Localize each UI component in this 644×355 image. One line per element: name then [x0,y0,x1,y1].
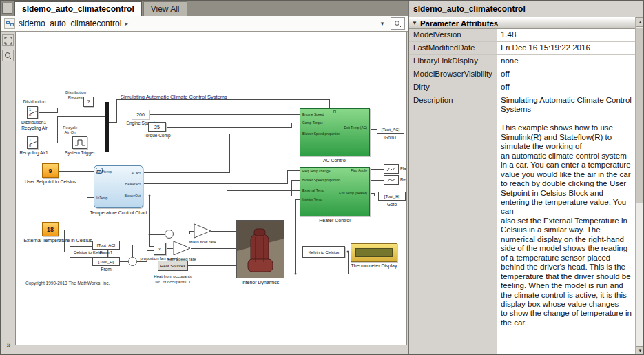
zoom-button[interactable] [2,50,14,61]
simulink-block-icon [6,20,14,28]
model-canvas[interactable]: Simulating Automatic Climate Control Sys… [15,32,407,345]
switch-on-value: 1 [29,108,31,112]
car-seat-image [237,221,284,278]
heater-out-port: Flap Angle [351,168,367,172]
tab-model[interactable]: sldemo_auto_climatecontrol [14,1,142,16]
thermometer-display-block[interactable] [351,243,397,262]
gain-triangle-icon [194,223,211,239]
scrollbar-thumb[interactable] [636,28,644,203]
distribution-switch-block[interactable]: 1 0 [27,106,38,119]
temperature-control-chart-block[interactable]: SetPtemp InTemp ACact HeaterAct BlowerOu… [94,165,143,208]
ac-in-port: Comp Torque [302,121,323,125]
chart-out-port: BlowerOut [125,194,141,198]
heater-out-port: Exit Temp (heater) [339,191,367,195]
trigger-port-icon: ⊓ [333,109,337,114]
user-setpoint-block[interactable]: 9 [42,163,59,178]
scroll-up-button[interactable]: ▲ [636,17,644,27]
property-value[interactable]: off [497,81,636,94]
heater-in-port: Req Temp change [302,169,331,173]
tab-view-all[interactable]: View All [143,1,187,16]
chart-in-port: InTemp [96,196,107,200]
mass-flow-rate-label: Mass flow rate [187,240,218,244]
tab-bar: sldemo_auto_climatecontrol View All [1,1,408,16]
diagram-title: Simulating Automatic Climate Control Sys… [121,94,227,100]
property-value[interactable]: Simulating Automatic Climate Control Sys… [497,94,636,355]
switch-off-value: 0 [29,143,31,148]
fit-to-view-button[interactable] [2,34,14,46]
external-temp-label: External Temperature in Celsius [15,238,104,243]
torque-comp-block[interactable]: 25 [148,122,166,132]
ac-in-port: Engine Speed [302,112,324,116]
flap-pos-block[interactable] [384,164,399,174]
goto-tag-block[interactable]: [Tout_H] [378,192,406,201]
property-value[interactable]: off [497,68,636,81]
section-parameter-attributes[interactable]: ▼ Parameter Attributes [409,17,636,29]
external-temp-block[interactable]: 18 [42,222,59,236]
breadcrumb[interactable]: sldemo_auto_climatecontrol [19,19,121,28]
vertical-scrollbar[interactable]: ▲ ▼ [635,17,644,355]
property-name: ModelBrowserVisibility [409,68,497,81]
scroll-down-button[interactable]: ▼ [636,346,644,355]
sum-block[interactable] [165,230,174,239]
chart-label: Temperature Control Chart [80,210,157,215]
recycle-air-on-note: Recycle Air On [56,125,85,135]
goto1-tag-block[interactable]: [Tout_AC] [377,125,404,134]
system-trigger-block[interactable] [72,136,87,149]
ac-control-block[interactable]: ⊓ Engine Speed Comp Torque Blower Speed … [300,108,370,156]
breadcrumb-bar: sldemo_auto_climatecontrol ▸ ▾ [1,16,408,32]
tab-list-button[interactable] [2,3,12,14]
engine-speed-block[interactable]: 200 [132,110,149,119]
table-row: ModelVersion 1.48 [409,29,636,42]
table-row: ModelBrowserVisibility off [409,68,636,81]
recycling-title: Recycling Air [16,125,53,130]
from-label: From [96,267,116,272]
interior-dynamics-block[interactable] [236,220,284,278]
fit-to-view-icon [4,37,12,45]
chevron-down-icon[interactable]: ▾ [377,20,387,27]
property-value[interactable]: 1.48 [497,29,636,42]
switch-on-value: 1 [29,138,31,142]
properties-panel: sldemo_auto_climatecontrol ▼ Parameter A… [408,1,644,355]
table-row: LastModifiedDate Fri Dec 16 15:19:22 201… [409,42,636,55]
mux-block[interactable] [105,102,109,152]
search-button[interactable] [391,17,405,30]
property-name: LastModifiedDate [409,42,497,55]
recycling-block-label: Recycling Air1 [15,150,53,155]
tab-model-label: sldemo_auto_climatecontrol [22,4,134,14]
goto-label: Goto [384,202,400,207]
heat-from-occupants-label: Heat from occupants [152,274,194,278]
req-tout-block[interactable] [384,175,399,185]
property-name: Description [409,94,497,355]
mass-flow-rate-gain-block[interactable] [194,223,211,241]
app-window: sldemo_auto_climatecontrol View All slde… [0,0,644,355]
product-block[interactable]: × [154,243,166,255]
heat-sources-block[interactable]: Heat Sources [158,261,188,271]
property-value[interactable]: none [497,55,636,68]
system-trigger-label: System Trigger [64,150,96,155]
property-value[interactable]: Fri Dec 16 15:19:22 2016 [497,42,636,55]
scroll-down-icon: ▼ [638,349,643,353]
from-tag-block[interactable]: [Tout_H] [92,257,120,266]
req-tout-label: Req Tout [399,177,407,181]
chart-in-port: SetPtemp [96,170,112,174]
table-row: Dirty off [409,81,636,94]
ac-in-port: Blower Speed proportion [302,132,340,136]
scroll-up-icon: ▲ [638,20,643,24]
scope-icon [386,166,396,172]
expand-palette-button[interactable]: » [3,340,14,351]
pulse-icon [74,139,85,146]
heater-control-block[interactable]: Req Temp change Blower Speed proportion … [300,167,370,216]
chart-out-port: HeaterAct [125,182,141,186]
property-name: ModelVersion [409,29,497,42]
recycling-switch-block[interactable]: 1 0 [27,136,38,149]
table-row: Description Simulating Automatic Climate… [409,94,636,355]
from1-tag-block[interactable]: [Tout_AC] [92,241,120,250]
model-icon[interactable] [4,18,15,29]
table-row: LibraryLinkDisplay none [409,55,636,68]
flap-pos-label: Flap Pos [399,166,407,170]
kelvin-to-celsius-block[interactable]: Kelvin to Celsius [302,246,345,258]
property-name: LibraryLinkDisplay [409,55,497,68]
canvas-toolbar [1,32,15,345]
user-setpoint-label: User Setpoint in Celsius [16,179,85,184]
from1-label: From1 [96,250,116,255]
